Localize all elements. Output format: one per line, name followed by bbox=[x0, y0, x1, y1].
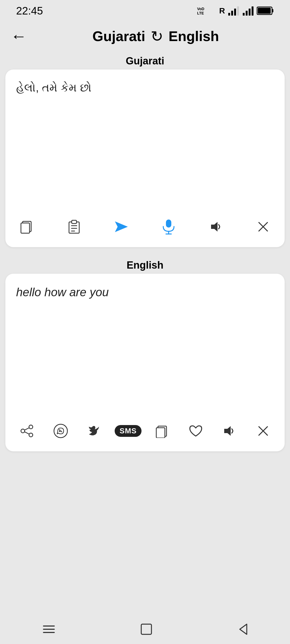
paste-icon[interactable] bbox=[63, 216, 85, 237]
nav-menu-button[interactable] bbox=[42, 623, 56, 635]
target-language-label: English bbox=[169, 28, 219, 44]
target-clear-button[interactable] bbox=[252, 420, 274, 442]
share-button[interactable] bbox=[16, 420, 38, 442]
nav-back-svg bbox=[237, 623, 248, 635]
swap-languages-button[interactable]: ↻ bbox=[151, 28, 163, 45]
svg-marker-24 bbox=[211, 222, 218, 232]
app-header: ← Gujarati ↻ English bbox=[0, 21, 290, 51]
svg-rect-8 bbox=[249, 9, 251, 16]
source-input-card: હેલો, તમે કેમ છો bbox=[5, 69, 285, 247]
svg-rect-7 bbox=[246, 11, 248, 16]
square-home-svg bbox=[140, 623, 153, 635]
network-type-icon: VoD LTE bbox=[197, 5, 216, 16]
sms-label: SMS bbox=[115, 425, 142, 437]
clipboard-svg bbox=[68, 220, 80, 234]
svg-rect-12 bbox=[272, 9, 273, 12]
heart-svg bbox=[189, 424, 203, 438]
svg-rect-16 bbox=[72, 220, 77, 224]
source-input-text[interactable]: હેલો, તમે કેમ છો bbox=[16, 79, 274, 203]
target-toolbar: SMS bbox=[16, 412, 274, 442]
target-speaker-button[interactable] bbox=[219, 420, 240, 442]
status-time: 22:45 bbox=[16, 5, 43, 17]
svg-marker-35 bbox=[224, 426, 231, 436]
battery-icon bbox=[257, 6, 274, 16]
copy-empty-svg bbox=[20, 220, 33, 234]
svg-rect-3 bbox=[231, 11, 233, 16]
svg-rect-14 bbox=[21, 223, 30, 233]
system-nav-bar bbox=[0, 614, 290, 644]
header-title: Gujarati ↻ English bbox=[32, 28, 279, 45]
nav-home-button[interactable] bbox=[140, 623, 153, 635]
source-clear-button[interactable] bbox=[252, 216, 274, 237]
svg-rect-21 bbox=[166, 219, 171, 228]
svg-rect-11 bbox=[258, 8, 271, 14]
speaker-svg-target bbox=[223, 425, 236, 437]
twitter-svg bbox=[87, 424, 101, 438]
svg-rect-4 bbox=[234, 9, 236, 16]
svg-marker-20 bbox=[115, 221, 128, 232]
status-bar: 22:45 VoD LTE R bbox=[0, 0, 290, 21]
svg-line-31 bbox=[24, 432, 29, 434]
signal-icon-1 bbox=[228, 5, 240, 16]
share-svg bbox=[20, 424, 34, 438]
copy-button[interactable] bbox=[151, 420, 173, 442]
back-button[interactable]: ← bbox=[11, 28, 27, 44]
source-speaker-button[interactable] bbox=[205, 216, 227, 237]
svg-point-27 bbox=[29, 425, 33, 429]
target-output-card: hello how are you bbox=[5, 274, 285, 451]
svg-text:LTE: LTE bbox=[197, 11, 204, 15]
svg-rect-6 bbox=[243, 13, 245, 16]
hamburger-svg bbox=[42, 623, 56, 635]
svg-rect-34 bbox=[156, 428, 165, 438]
nav-back-button[interactable] bbox=[237, 623, 248, 635]
svg-rect-5 bbox=[237, 6, 239, 16]
svg-rect-41 bbox=[141, 624, 151, 634]
send-arrow-svg bbox=[114, 220, 128, 233]
favorite-button[interactable] bbox=[185, 420, 206, 442]
svg-point-28 bbox=[29, 433, 33, 437]
svg-rect-2 bbox=[228, 13, 230, 16]
svg-point-29 bbox=[21, 429, 25, 433]
copy-empty-icon[interactable] bbox=[16, 216, 38, 237]
sms-button[interactable]: SMS bbox=[117, 420, 139, 442]
roaming-icon: R bbox=[219, 6, 225, 15]
source-lang-label: Gujarati bbox=[0, 51, 290, 69]
target-lang-label: English bbox=[0, 255, 290, 274]
svg-line-30 bbox=[24, 428, 29, 430]
svg-rect-9 bbox=[252, 6, 253, 16]
close-svg-target bbox=[257, 425, 269, 437]
source-toolbar bbox=[16, 208, 274, 237]
copy-svg-target bbox=[155, 424, 169, 438]
speaker-svg-source bbox=[209, 220, 222, 233]
svg-marker-42 bbox=[240, 624, 247, 634]
microphone-button[interactable] bbox=[158, 216, 179, 237]
signal-icon-2 bbox=[242, 5, 254, 16]
close-svg-source bbox=[257, 221, 269, 233]
target-output-text: hello how are you bbox=[16, 283, 274, 407]
source-language-label: Gujarati bbox=[92, 28, 145, 44]
status-icons: VoD LTE R bbox=[197, 5, 274, 16]
svg-text:VoD: VoD bbox=[197, 7, 204, 11]
twitter-button[interactable] bbox=[84, 420, 105, 442]
translate-button[interactable] bbox=[111, 216, 132, 237]
whatsapp-button[interactable] bbox=[50, 420, 71, 442]
mic-svg bbox=[162, 219, 175, 235]
whatsapp-svg bbox=[53, 424, 68, 438]
